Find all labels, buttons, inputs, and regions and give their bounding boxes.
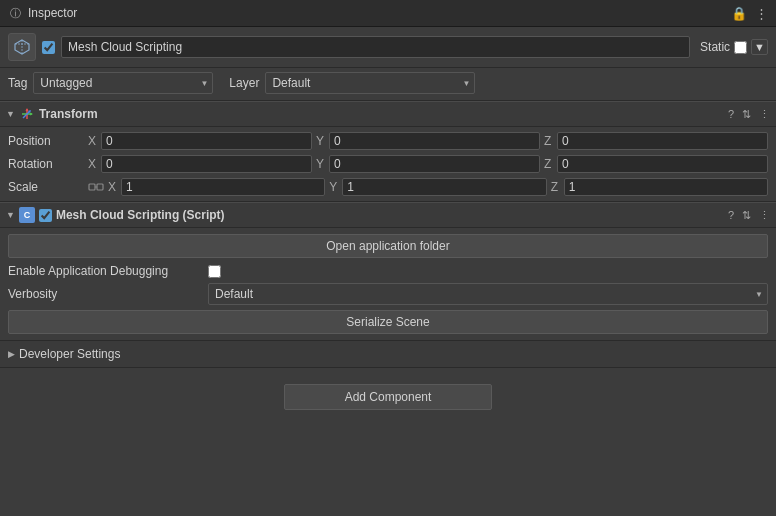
script-icon: C <box>19 207 35 223</box>
scale-x-label: X <box>108 180 118 194</box>
developer-settings-row[interactable]: ▶ Developer Settings <box>0 341 776 368</box>
rotation-row: Rotation X Y Z <box>8 154 768 174</box>
position-x-input[interactable] <box>101 132 312 150</box>
title-bar-label: Inspector <box>28 6 77 20</box>
position-x-label: X <box>88 134 98 148</box>
transform-icon <box>19 106 35 122</box>
position-z-item: Z <box>544 132 768 150</box>
cube-svg <box>13 38 31 56</box>
rotation-xyz-group: X Y Z <box>88 155 768 173</box>
scale-xyz-group: X Y Z <box>108 178 768 196</box>
open-folder-button[interactable]: Open application folder <box>8 234 768 258</box>
transform-section-title: Transform <box>39 107 98 121</box>
tag-select[interactable]: Untagged Respawn Finish EditorOnly MainC… <box>33 72 213 94</box>
scale-x-input[interactable] <box>121 178 325 196</box>
serialize-scene-button[interactable]: Serialize Scene <box>8 310 768 334</box>
rotation-x-input[interactable] <box>101 155 312 173</box>
rotation-x-item: X <box>88 155 312 173</box>
static-group: Static ▼ <box>700 39 768 55</box>
rotation-y-item: Y <box>316 155 540 173</box>
script-arrow-icon: ▼ <box>6 210 15 220</box>
position-y-input[interactable] <box>329 132 540 150</box>
rotation-z-item: Z <box>544 155 768 173</box>
static-label: Static <box>700 40 730 54</box>
tag-label: Tag <box>8 76 27 90</box>
rotation-x-label: X <box>88 157 98 171</box>
tag-layer-row: Tag Untagged Respawn Finish EditorOnly M… <box>0 68 776 101</box>
position-y-item: Y <box>316 132 540 150</box>
rotation-y-label: Y <box>316 157 326 171</box>
position-row: Position X Y Z <box>8 131 768 151</box>
static-checkbox[interactable] <box>734 41 747 54</box>
svg-rect-10 <box>97 184 103 190</box>
transform-menu-btn[interactable]: ⋮ <box>759 108 770 121</box>
verbosity-select-wrapper[interactable]: Default Verbose Warning Error Off <box>208 283 768 305</box>
transform-header-actions: ? ⇅ ⋮ <box>728 108 770 121</box>
position-x-item: X <box>88 132 312 150</box>
script-menu-btn[interactable]: ⋮ <box>759 209 770 222</box>
enable-debug-checkbox[interactable] <box>208 265 221 278</box>
object-name-field[interactable] <box>61 36 690 58</box>
verbosity-row: Verbosity Default Verbose Warning Error … <box>8 283 768 305</box>
layer-select-wrapper[interactable]: Default TransparentFX Ignore Raycast Wat… <box>265 72 475 94</box>
transform-help-btn[interactable]: ? <box>728 108 734 120</box>
add-component-button[interactable]: Add Component <box>284 384 493 410</box>
scale-z-input[interactable] <box>564 178 768 196</box>
transform-section-header[interactable]: ▼ Transform ? ⇅ ⋮ <box>0 101 776 127</box>
layer-select[interactable]: Default TransparentFX Ignore Raycast Wat… <box>265 72 475 94</box>
script-section-title: Mesh Cloud Scripting (Script) <box>56 208 225 222</box>
enable-debug-label: Enable Application Debugging <box>8 264 208 278</box>
svg-marker-4 <box>25 108 28 111</box>
object-active-checkbox[interactable] <box>42 41 55 54</box>
rotation-z-input[interactable] <box>557 155 768 173</box>
script-sliders-btn[interactable]: ⇅ <box>742 209 751 222</box>
transform-sliders-btn[interactable]: ⇅ <box>742 108 751 121</box>
script-active-checkbox[interactable] <box>39 209 52 222</box>
static-dropdown-btn[interactable]: ▼ <box>751 39 768 55</box>
transform-content: Position X Y Z Rotation X Y <box>0 127 776 202</box>
svg-marker-6 <box>30 113 33 116</box>
transform-arrow-icon: ▼ <box>6 109 15 119</box>
script-content: Open application folder Enable Applicati… <box>0 228 776 341</box>
scale-z-item: Z <box>551 178 768 196</box>
title-bar: ⓘ Inspector 🔒 ⋮ <box>0 0 776 27</box>
inspector-icon: ⓘ <box>8 6 22 20</box>
scale-z-label: Z <box>551 180 561 194</box>
verbosity-select[interactable]: Default Verbose Warning Error Off <box>208 283 768 305</box>
scale-y-label: Y <box>329 180 339 194</box>
position-label: Position <box>8 134 88 148</box>
position-z-label: Z <box>544 134 554 148</box>
title-bar-actions: 🔒 ⋮ <box>731 6 768 21</box>
script-section-header[interactable]: ▼ C Mesh Cloud Scripting (Script) ? ⇅ ⋮ <box>0 202 776 228</box>
scale-y-item: Y <box>329 178 546 196</box>
position-z-input[interactable] <box>557 132 768 150</box>
enable-debug-row: Enable Application Debugging <box>8 264 768 278</box>
object-icon <box>8 33 36 61</box>
layer-label: Layer <box>229 76 259 90</box>
rotation-label: Rotation <box>8 157 88 171</box>
verbosity-label: Verbosity <box>8 287 208 301</box>
object-header: Static ▼ <box>0 27 776 68</box>
rotation-y-input[interactable] <box>329 155 540 173</box>
scale-row: Scale X Y Z <box>8 177 768 197</box>
script-help-btn[interactable]: ? <box>728 209 734 221</box>
dev-settings-arrow-icon: ▶ <box>8 349 15 359</box>
scale-link-icons <box>88 180 104 194</box>
add-component-area: Add Component <box>0 368 776 426</box>
scale-label: Scale <box>8 180 88 194</box>
tag-select-wrapper[interactable]: Untagged Respawn Finish EditorOnly MainC… <box>33 72 213 94</box>
scale-link-svg <box>88 180 104 194</box>
position-xyz-group: X Y Z <box>88 132 768 150</box>
svg-rect-9 <box>89 184 95 190</box>
rotation-z-label: Z <box>544 157 554 171</box>
position-y-label: Y <box>316 134 326 148</box>
lock-button[interactable]: 🔒 <box>731 6 747 21</box>
transform-svg <box>20 107 34 121</box>
menu-button[interactable]: ⋮ <box>755 6 768 21</box>
scale-x-item: X <box>108 178 325 196</box>
scale-y-input[interactable] <box>342 178 546 196</box>
dev-settings-label: Developer Settings <box>19 347 120 361</box>
script-header-actions: ? ⇅ ⋮ <box>728 209 770 222</box>
